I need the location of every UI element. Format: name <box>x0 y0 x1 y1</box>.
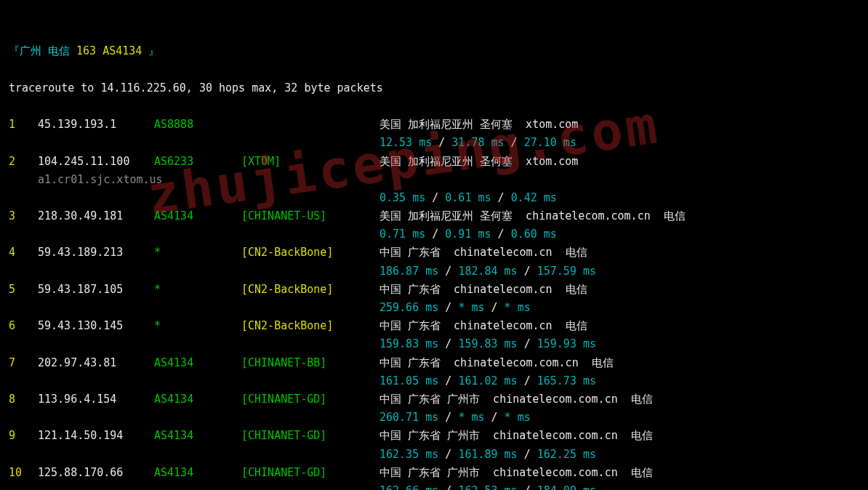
hop-location: 中国 广东省 chinatelecom.cn 电信 <box>379 244 587 262</box>
hop-netname: [CHINANET-BB] <box>241 354 379 372</box>
hop-asn: AS4134 <box>154 207 241 225</box>
hop-timings-row: 162.66 ms / 162.53 ms / 184.09 ms <box>9 482 859 490</box>
hop-asn: AS4134 <box>154 464 241 482</box>
hop-time-value: 0.91 ms <box>445 228 491 241</box>
hop-number: 3 <box>9 207 38 225</box>
hop-row: 10125.88.170.66AS4134[CHINANET-GD]中国 广东省… <box>9 464 859 482</box>
hop-ip: 59.43.189.213 <box>38 244 154 262</box>
hop-asn: AS4134 <box>154 354 241 372</box>
hop-ip: 45.139.193.1 <box>38 116 154 134</box>
hop-time-value: 162.53 ms <box>458 484 517 490</box>
hop-netname: [CHINANET-US] <box>241 207 379 225</box>
hop-number: 5 <box>9 281 38 299</box>
hop-location: 中国 广东省 chinatelecom.com.cn 电信 <box>379 354 614 372</box>
hop-number: 2 <box>9 153 38 171</box>
hop-time-value: 0.35 ms <box>379 191 425 204</box>
hop-asn: * <box>154 244 241 262</box>
hop-row: 559.43.187.105*[CN2-BackBone]中国 广东省 chin… <box>9 281 859 299</box>
hop-timings: 159.83 ms / 159.83 ms / 159.93 ms <box>379 335 596 353</box>
hop-location: 中国 广东省 广州市 chinatelecom.com.cn 电信 <box>379 464 653 482</box>
traceroute-command: traceroute to 14.116.225.60, 30 hops max… <box>9 79 859 97</box>
hop-ip: 59.43.130.145 <box>38 317 154 335</box>
hop-number: 9 <box>9 427 38 445</box>
hop-asn: AS8888 <box>154 116 241 134</box>
hop-netname: [CN2-BackBone] <box>241 244 379 262</box>
hop-number: 4 <box>9 244 38 262</box>
hop-time-value: 161.89 ms <box>458 448 517 461</box>
hop-timings: 12.53 ms / 31.78 ms / 27.10 ms <box>379 134 576 152</box>
hop-time-value: 0.71 ms <box>379 228 425 241</box>
hop-timings-row: 161.05 ms / 161.02 ms / 165.73 ms <box>9 372 859 390</box>
hop-time-value: 259.66 ms <box>379 301 438 314</box>
hop-hostname-row: a1.cr01.sjc.xtom.us <box>9 171 859 189</box>
hop-asn: AS4134 <box>154 390 241 409</box>
hop-time-value: 0.61 ms <box>445 191 491 204</box>
hop-location: 中国 广东省 chinatelecom.cn 电信 <box>379 317 587 335</box>
hop-location: 中国 广东省 广州市 chinatelecom.com.cn 电信 <box>379 427 653 445</box>
hop-asn: AS6233 <box>154 153 241 171</box>
hop-timings-row: 259.66 ms / * ms / * ms <box>9 299 859 317</box>
hop-number: 10 <box>9 464 38 482</box>
hop-ip: 202.97.43.81 <box>38 354 154 372</box>
hop-ip: 59.43.187.105 <box>38 281 154 299</box>
hop-netname: [CN2-BackBone] <box>241 281 379 299</box>
hop-time-value: 162.25 ms <box>537 448 596 461</box>
header-line: 『广州 电信 163 AS4134 』 <box>9 42 859 60</box>
hop-timings: 161.05 ms / 161.02 ms / 165.73 ms <box>379 372 596 390</box>
hop-number: 7 <box>9 354 38 372</box>
hop-netname: [XTOM] <box>241 153 379 171</box>
hop-timings: 162.66 ms / 162.53 ms / 184.09 ms <box>379 482 596 490</box>
hop-location: 美国 加利福尼亚州 圣何塞 chinatelecom.com.cn 电信 <box>379 207 686 225</box>
hop-row: 2104.245.11.100AS6233[XTOM]美国 加利福尼亚州 圣何塞… <box>9 153 859 171</box>
hop-ip: 218.30.49.181 <box>38 207 154 225</box>
hop-time-value: * ms <box>505 301 531 314</box>
hop-timings: 0.71 ms / 0.91 ms / 0.60 ms <box>379 225 557 244</box>
header-asn: 163 AS4134 <box>76 44 142 57</box>
hop-ip: 104.245.11.100 <box>38 153 154 171</box>
hop-time-value: 31.78 ms <box>451 136 504 149</box>
hop-time-value: 162.35 ms <box>379 448 438 461</box>
hop-timings-row: 162.35 ms / 161.89 ms / 162.25 ms <box>9 446 859 464</box>
hop-netname: [CHINANET-GD] <box>241 427 379 445</box>
hop-timings-row: 12.53 ms / 31.78 ms / 27.10 ms <box>9 134 859 152</box>
hop-timings-row: 0.35 ms / 0.61 ms / 0.42 ms <box>9 189 859 207</box>
hop-time-value: 12.53 ms <box>379 136 432 149</box>
hop-time-value: * ms <box>458 301 484 314</box>
hop-timings: 259.66 ms / * ms / * ms <box>379 299 531 317</box>
header-prefix: 『 <box>9 44 20 57</box>
hop-time-value: * ms <box>458 411 484 424</box>
hop-row: 9121.14.50.194AS4134[CHINANET-GD]中国 广东省 … <box>9 427 859 445</box>
hop-location: 美国 加利福尼亚州 圣何塞 xtom.com <box>379 116 578 134</box>
hop-netname: [CHINANET-GD] <box>241 390 379 409</box>
hop-time-value: 184.09 ms <box>537 484 596 490</box>
header-suffix: 』 <box>148 44 159 57</box>
hop-ip: 125.88.170.66 <box>38 464 154 482</box>
hop-row: 659.43.130.145*[CN2-BackBone]中国 广东省 chin… <box>9 317 859 335</box>
hop-asn: * <box>154 281 241 299</box>
hop-time-value: 0.60 ms <box>511 228 557 241</box>
hop-netname: [CHINANET-GD] <box>241 464 379 482</box>
hop-time-value: 27.10 ms <box>524 136 576 149</box>
hop-time-value: 162.66 ms <box>379 484 438 490</box>
hop-timings-row: 260.71 ms / * ms / * ms <box>9 409 859 427</box>
hop-time-value: 182.84 ms <box>458 265 517 278</box>
hop-number: 6 <box>9 317 38 335</box>
hop-number: 1 <box>9 116 38 134</box>
terminal-output: zhujiceping.com 『广州 电信 163 AS4134 』 trac… <box>0 0 868 490</box>
hop-row: 3218.30.49.181AS4134[CHINANET-US]美国 加利福尼… <box>9 207 859 225</box>
hop-timings-row: 0.71 ms / 0.91 ms / 0.60 ms <box>9 225 859 244</box>
hop-time-value: 260.71 ms <box>379 411 438 424</box>
hop-timings: 260.71 ms / * ms / * ms <box>379 409 531 427</box>
hop-time-value: 0.42 ms <box>511 191 557 204</box>
hop-time-value: 186.87 ms <box>379 265 438 278</box>
hop-location: 中国 广东省 广州市 chinatelecom.com.cn 电信 <box>379 390 653 409</box>
hops-container: 145.139.193.1AS8888美国 加利福尼亚州 圣何塞 xtom.co… <box>9 116 859 490</box>
hop-hostname: a1.cr01.sjc.xtom.us <box>38 171 163 189</box>
hop-timings: 186.87 ms / 182.84 ms / 157.59 ms <box>379 262 596 281</box>
hop-location: 美国 加利福尼亚州 圣何塞 xtom.com <box>379 153 578 171</box>
hop-timings: 162.35 ms / 161.89 ms / 162.25 ms <box>379 446 596 464</box>
hop-timings-row: 186.87 ms / 182.84 ms / 157.59 ms <box>9 262 859 281</box>
hop-time-value: 159.93 ms <box>537 337 596 350</box>
hop-time-value: 157.59 ms <box>537 265 596 278</box>
hop-location: 中国 广东省 chinatelecom.cn 电信 <box>379 281 587 299</box>
